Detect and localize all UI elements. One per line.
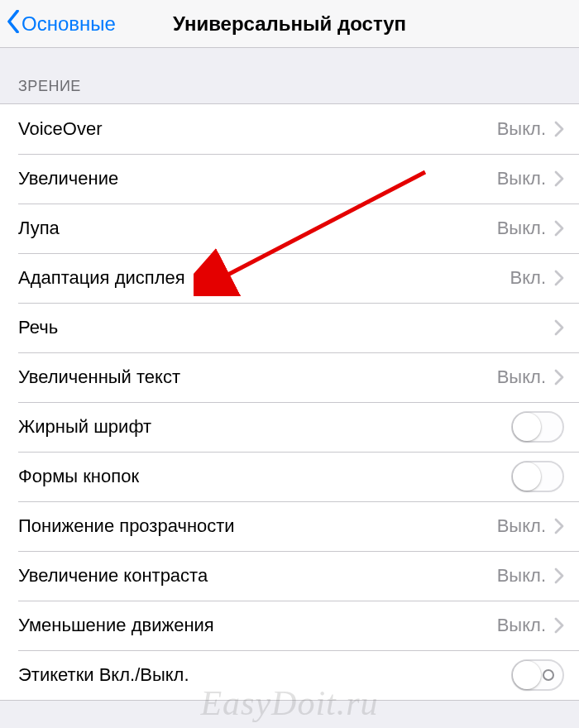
row-label: Увеличенный текст [18, 366, 497, 388]
row-label: Этикетки Вкл./Выкл. [18, 664, 511, 686]
row-value: Выкл. [497, 168, 546, 189]
switch-toggle[interactable] [511, 659, 564, 691]
row-label: Речь [18, 317, 546, 338]
row-display-accommodations[interactable]: Адаптация дисплея Вкл. [0, 253, 579, 303]
chevron-right-icon [554, 121, 564, 137]
row-increase-contrast[interactable]: Увеличение контраста Выкл. [0, 551, 579, 601]
switch-toggle[interactable] [511, 411, 564, 443]
section-header-vision: ЗРЕНИЕ [0, 48, 579, 103]
row-onoff-labels[interactable]: Этикетки Вкл./Выкл. [0, 650, 579, 700]
chevron-right-icon [554, 319, 564, 336]
chevron-left-icon [7, 10, 20, 38]
row-voiceover[interactable]: VoiceOver Выкл. [0, 104, 579, 154]
back-label: Основные [22, 12, 116, 36]
chevron-right-icon [554, 369, 564, 386]
chevron-right-icon [554, 270, 564, 286]
row-value: Выкл. [497, 366, 546, 388]
row-reduce-motion[interactable]: Уменьшение движения Выкл. [0, 601, 579, 650]
chevron-right-icon [554, 617, 564, 634]
row-label: Лупа [18, 218, 497, 239]
row-value: Вкл. [510, 267, 547, 289]
row-label: Увеличение [18, 168, 497, 189]
switch-toggle[interactable] [511, 461, 564, 492]
row-label: Адаптация дисплея [18, 267, 510, 289]
row-label: Понижение прозрачности [18, 515, 497, 537]
row-value: Выкл. [497, 515, 546, 537]
back-button[interactable]: Основные [7, 10, 116, 38]
row-label: VoiceOver [18, 118, 497, 140]
settings-list: VoiceOver Выкл. Увеличение Выкл. Лупа Вы… [0, 103, 579, 701]
chevron-right-icon [554, 568, 564, 584]
row-larger-text[interactable]: Увеличенный текст Выкл. [0, 352, 579, 402]
row-label: Увеличение контраста [18, 565, 497, 587]
row-magnifier[interactable]: Лупа Выкл. [0, 204, 579, 253]
row-bold-text[interactable]: Жирный шрифт [0, 402, 579, 452]
row-zoom[interactable]: Увеличение Выкл. [0, 154, 579, 204]
chevron-right-icon [554, 170, 564, 187]
navbar: Основные Универсальный доступ [0, 0, 579, 48]
row-value: Выкл. [497, 118, 546, 140]
row-reduce-transparency[interactable]: Понижение прозрачности Выкл. [0, 501, 579, 551]
row-label: Жирный шрифт [18, 416, 511, 438]
row-button-shapes[interactable]: Формы кнопок [0, 452, 579, 501]
row-value: Выкл. [497, 565, 546, 587]
row-value: Выкл. [497, 218, 546, 239]
chevron-right-icon [554, 220, 564, 237]
row-value: Выкл. [497, 615, 546, 636]
chevron-right-icon [554, 518, 564, 534]
row-speech[interactable]: Речь [0, 303, 579, 352]
row-label: Уменьшение движения [18, 615, 497, 636]
row-label: Формы кнопок [18, 466, 511, 487]
